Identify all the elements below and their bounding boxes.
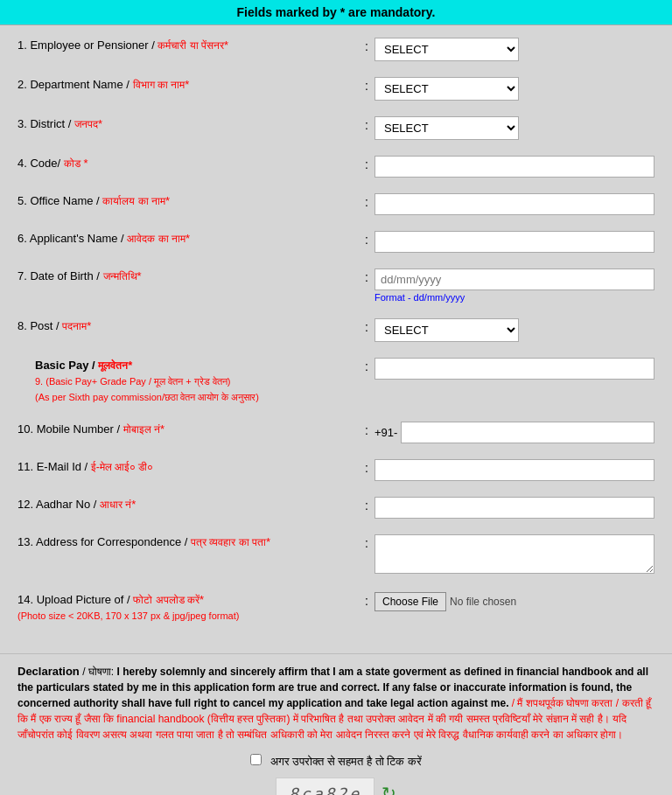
agree-row: अगर उपरोक्त से सहमत है तो टिक करें	[18, 753, 654, 771]
captcha-row: 8ca82e ↻	[18, 778, 654, 795]
row-employee-type: 1. Employee or Pensioner / कर्मचारी या प…	[18, 34, 654, 65]
row-address: 13. Address for Correspondence / पत्र व्…	[18, 531, 654, 580]
select-department[interactable]: SELECT	[374, 77, 519, 101]
row-mobile: 10. Mobile Number / मोबाइल नं* : +91-	[18, 418, 654, 447]
input-applicant-name	[374, 231, 654, 253]
label-dob: 7. Date of Birth / जन्मतिथि*	[18, 268, 359, 284]
input-mobile: +91-	[374, 422, 654, 443]
captcha-image: 8ca82e	[276, 778, 374, 795]
label-employee-type: 1. Employee or Pensioner / कर्मचारी या प…	[18, 38, 359, 53]
input-office-name	[374, 193, 654, 215]
date-format-hint: Format - dd/mm/yyyy	[374, 292, 654, 303]
label-applicant-name: 6. Applicant's Name / आवेदक का नाम*	[18, 231, 359, 247]
input-department: SELECT	[374, 77, 654, 101]
declaration-text: Declaration / घोषणा: I hereby solemnly a…	[18, 663, 654, 743]
input-aadhar	[374, 497, 654, 519]
label-office-name: 5. Office Name / कार्यालय का नाम*	[18, 193, 359, 209]
input-post: SELECT	[374, 318, 654, 342]
label-address: 13. Address for Correspondence / पत्र व्…	[18, 534, 359, 550]
no-file-label: No file chosen	[450, 596, 516, 608]
select-post[interactable]: SELECT	[374, 318, 519, 342]
field-mobile[interactable]	[401, 422, 654, 443]
mandatory-banner: Fields marked by * are mandatory.	[0, 0, 672, 25]
label-aadhar: 12. Aadhar No / आधार नं*	[18, 497, 359, 513]
row-code: 4. Code/ कोड * :	[18, 152, 654, 181]
captcha-refresh-icon[interactable]: ↻	[382, 780, 396, 795]
field-basic-pay[interactable]	[374, 358, 654, 380]
label-code: 4. Code/ कोड *	[18, 156, 359, 171]
label-upload: 14. Upload Picture of / फोटो अपलोड करें*…	[18, 592, 359, 624]
select-employee-type[interactable]: SELECT	[374, 38, 519, 61]
input-basic-pay	[374, 358, 654, 380]
row-office-name: 5. Office Name / कार्यालय का नाम* :	[18, 190, 654, 219]
label-district: 3. District / जनपद*	[18, 116, 359, 132]
row-post: 8. Post / पदनाम* : SELECT	[18, 315, 654, 345]
input-employee-type: SELECT	[374, 38, 654, 61]
field-applicant-name[interactable]	[374, 231, 654, 253]
row-applicant-name: 6. Applicant's Name / आवेदक का नाम* :	[18, 227, 654, 256]
field-aadhar[interactable]	[374, 497, 654, 519]
row-email: 11. E-Mail Id / ई-मेल आई० डी० :	[18, 456, 654, 485]
mobile-prefix-label: +91-	[374, 426, 397, 439]
label-email: 11. E-Mail Id / ई-मेल आई० डी०	[18, 459, 359, 475]
input-dob: Format - dd/mm/yyyy	[374, 268, 654, 303]
select-district[interactable]: SELECT	[374, 116, 519, 140]
main-form: 1. Employee or Pensioner / कर्मचारी या प…	[0, 25, 672, 653]
input-district: SELECT	[374, 116, 654, 140]
input-email	[374, 459, 654, 481]
label-mobile: 10. Mobile Number / मोबाइल नं*	[18, 422, 359, 437]
field-dob[interactable]	[374, 268, 654, 290]
agree-text: अगर उपरोक्त से सहमत है तो टिक करें	[270, 755, 422, 768]
field-email[interactable]	[374, 459, 654, 481]
row-basic-pay: Basic Pay / मूलवेतन* 9. (Basic Pay+ Grad…	[18, 354, 654, 409]
field-code[interactable]	[374, 156, 654, 178]
input-address	[374, 534, 654, 576]
input-upload: Choose File No file chosen	[374, 592, 654, 611]
row-dob: 7. Date of Birth / जन्मतिथि* : Format - …	[18, 265, 654, 306]
row-department: 2. Department Name / विभाग का नाम* : SEL…	[18, 73, 654, 104]
agree-checkbox[interactable]	[250, 754, 262, 765]
declaration-section: Declaration / घोषणा: I hereby solemnly a…	[0, 653, 672, 795]
row-upload: 14. Upload Picture of / फोटो अपलोड करें*…	[18, 589, 654, 627]
row-aadhar: 12. Aadhar No / आधार नं* :	[18, 493, 654, 522]
label-post: 8. Post / पदनाम*	[18, 318, 359, 334]
input-code	[374, 156, 654, 178]
banner-text: Fields marked by * are mandatory.	[237, 5, 436, 19]
row-district: 3. District / जनपद* : SELECT	[18, 113, 654, 143]
label-department: 2. Department Name / विभाग का नाम*	[18, 77, 359, 93]
field-address[interactable]	[374, 534, 654, 574]
field-office-name[interactable]	[374, 193, 654, 215]
choose-file-button[interactable]: Choose File	[374, 592, 446, 611]
label-basic-pay: Basic Pay / मूलवेतन* 9. (Basic Pay+ Grad…	[18, 358, 359, 406]
